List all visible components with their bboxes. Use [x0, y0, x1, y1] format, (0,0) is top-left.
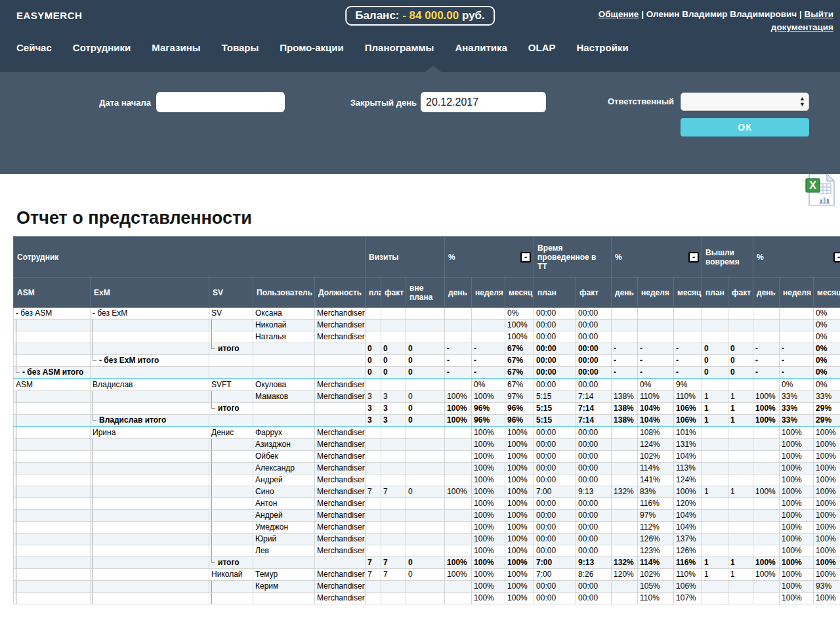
nav-item-olap[interactable]: OLAP — [528, 42, 556, 53]
cell-value: 137% — [674, 534, 702, 545]
cell-value — [753, 320, 780, 331]
cell-value: 97% — [505, 391, 534, 403]
cell-value: 100% — [780, 451, 814, 463]
separator: | — [799, 9, 802, 19]
table-row: - без ASM- без ExMSVОксанаMerchandiser0%… — [14, 308, 840, 320]
tree-line-mark — [93, 439, 93, 450]
cell-value: 105% — [638, 581, 674, 593]
cell-value — [366, 474, 381, 486]
cell-value: 131% — [674, 439, 702, 451]
cell-value: 97% — [638, 510, 674, 522]
nav-item-магазины[interactable]: Магазины — [152, 42, 200, 53]
column-header: план — [366, 278, 381, 308]
cell-exm — [91, 367, 209, 379]
tree-line-mark — [211, 545, 212, 556]
cell-value: 00:00 — [576, 355, 612, 367]
cell-exm: Владислав — [91, 379, 209, 391]
svg-text:X: X — [809, 180, 816, 191]
cell-value — [728, 522, 753, 534]
cell-value: 100% — [814, 534, 840, 545]
excel-export-icon[interactable]: X — [805, 173, 835, 209]
cell-value: 0 — [406, 486, 445, 498]
cell-value: - — [780, 367, 814, 379]
cell-value — [445, 451, 472, 463]
cell-value: - — [445, 343, 472, 355]
cell-value: 96% — [472, 415, 505, 427]
separator: | — [641, 9, 644, 19]
nav-item-планограммы[interactable]: Планограммы — [365, 42, 434, 53]
nav-item-товары[interactable]: Товары — [222, 42, 259, 53]
cell-value: 7:00 — [534, 569, 576, 581]
cell-value: 100% — [814, 451, 840, 463]
cell-value: 3 — [381, 403, 406, 415]
responsible-select[interactable]: ▲▼ — [681, 93, 809, 111]
cell-value — [702, 510, 728, 522]
cell-value — [753, 545, 780, 557]
chat-link[interactable]: Общение — [598, 9, 639, 19]
cell-value: 100% — [472, 427, 505, 439]
nav-item-сотрудники[interactable]: Сотрудники — [73, 42, 131, 53]
cell-value — [445, 545, 472, 557]
cell-user: Наталья — [253, 331, 315, 343]
documentation-link[interactable]: документация — [771, 22, 833, 32]
cell-value — [381, 463, 406, 474]
tree-line-mark — [93, 474, 93, 486]
cell-sv — [209, 320, 253, 331]
ok-button[interactable]: ОК — [681, 118, 809, 136]
cell-value: 0% — [780, 379, 814, 391]
cell-exm — [91, 522, 209, 534]
cell-value — [366, 522, 381, 534]
column-header: день — [753, 278, 780, 308]
active-tab-notch — [425, 66, 442, 72]
cell-value: 0% — [505, 308, 534, 320]
cell-value: 100% — [780, 581, 814, 593]
cell-value — [753, 534, 780, 545]
logout-link[interactable]: Выйти — [805, 9, 834, 19]
cell-value: 67% — [505, 355, 534, 367]
cell-position: Merchandiser — [315, 391, 366, 403]
cell-value — [753, 308, 780, 320]
nav-item-аналитика[interactable]: Аналитика — [455, 42, 507, 53]
cell-value: 00:00 — [534, 593, 576, 604]
cell-value: 0 — [702, 343, 728, 355]
nav-item-настройки[interactable]: Настройки — [577, 42, 629, 53]
nav-item-сейчас[interactable]: Сейчас — [16, 42, 52, 53]
collapse-button[interactable]: - — [688, 252, 699, 262]
cell-exm: Владислав итого — [91, 415, 209, 427]
cell-value: 102% — [638, 569, 674, 581]
cell-value: 00:00 — [534, 545, 576, 557]
cell-sv — [209, 415, 253, 427]
cell-asm — [14, 569, 91, 581]
cell-user: Мамаков — [253, 391, 315, 403]
tree-corner-mark — [211, 557, 215, 564]
collapse-button[interactable]: - — [833, 252, 840, 262]
cell-value: 104% — [674, 522, 702, 534]
cell-exm — [91, 593, 209, 604]
collapse-button[interactable]: - — [520, 252, 531, 262]
cell-sv — [209, 439, 253, 451]
cell-position — [315, 343, 366, 355]
cell-exm — [91, 498, 209, 510]
cell-value: 100% — [445, 391, 472, 403]
cell-value: 0% — [814, 343, 840, 355]
cell-position: Merchandiser — [315, 510, 366, 522]
nav-item-промо-акции[interactable]: Промо-акции — [280, 42, 343, 53]
cell-value: 110% — [674, 391, 702, 403]
cell-position — [315, 557, 366, 569]
cell-value: 0 — [406, 367, 445, 379]
filter-panel: Дата начала Закрытый день Ответственный … — [0, 72, 840, 174]
cell-value: 0 — [406, 403, 445, 415]
cell-sv: Николай — [209, 569, 253, 581]
cell-value — [406, 427, 445, 439]
cell-value: 100% — [472, 581, 505, 593]
cell-value: 100% — [674, 486, 702, 498]
cell-asm — [14, 534, 91, 545]
cell-value: 0 — [406, 391, 445, 403]
cell-value: 100% — [780, 522, 814, 534]
cell-value — [406, 379, 445, 391]
cell-value: 104% — [674, 510, 702, 522]
table-row: АнтонMerchandiser100%100%00:0000:00116%1… — [14, 498, 840, 510]
cell-value — [728, 439, 753, 451]
cell-user: Оксана — [253, 308, 315, 320]
date-start-input[interactable] — [156, 92, 285, 112]
